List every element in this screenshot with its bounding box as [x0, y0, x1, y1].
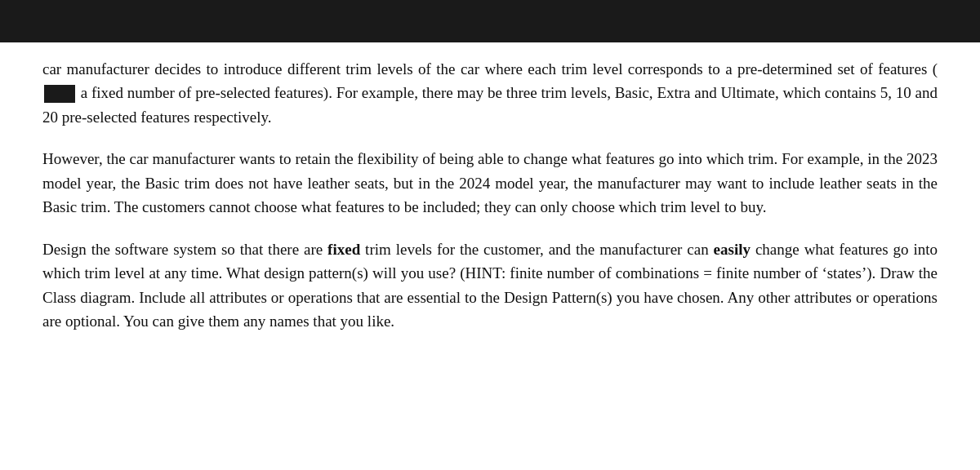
- p3-bold-fixed: fixed: [327, 241, 360, 258]
- header-bar: [0, 0, 980, 42]
- p1-text-after-redact: a fixed number of pre-selected features)…: [42, 84, 938, 125]
- p2-text: However, the car manufacturer wants to r…: [42, 150, 938, 215]
- p3-text-part1: Design the software system so that there…: [42, 241, 327, 258]
- paragraph-2: However, the car manufacturer wants to r…: [42, 147, 938, 219]
- content-area: car manufacturer decides to introduce di…: [0, 42, 980, 349]
- redacted-block: [44, 85, 75, 103]
- p3-text-part2: trim levels for the customer, and the ma…: [360, 241, 713, 258]
- paragraph-3: Design the software system so that there…: [42, 237, 938, 334]
- p3-bold-easily: easily: [714, 241, 751, 258]
- paragraph-1: car manufacturer decides to introduce di…: [42, 57, 938, 129]
- p1-text-before-redact: car manufacturer decides to introduce di…: [42, 60, 938, 78]
- page-container: car manufacturer decides to introduce di…: [0, 0, 980, 470]
